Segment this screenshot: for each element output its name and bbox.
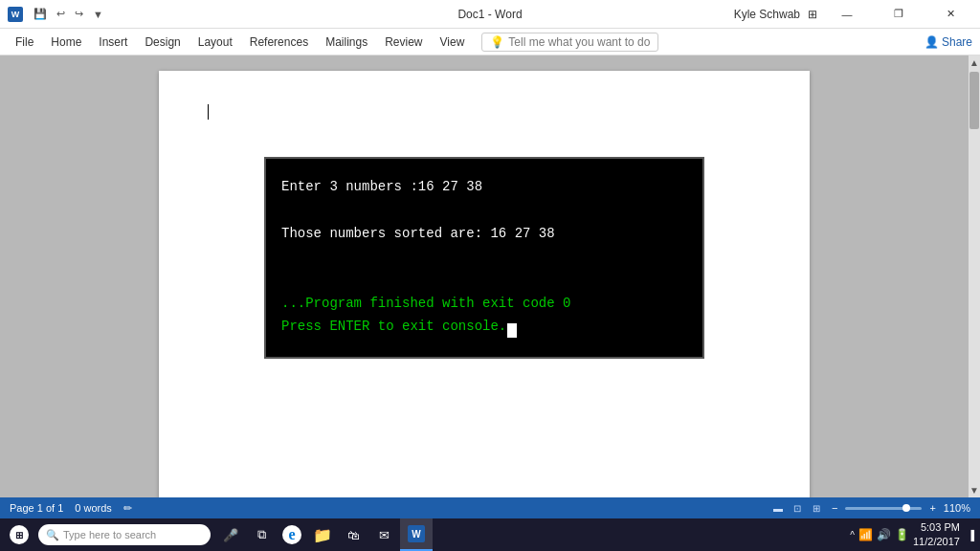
status-left: Page 1 of 1 0 words ✏: [10, 502, 132, 515]
status-right: ▬ ⊡ ⊞ − + 110%: [770, 500, 970, 516]
terminal-line-2: [281, 199, 687, 220]
redo-qat-icon[interactable]: ↪: [72, 6, 86, 22]
terminal-line-5: [281, 270, 687, 291]
word-taskbar-button[interactable]: W: [400, 518, 433, 551]
page-count: Page 1 of 1: [10, 502, 63, 515]
share-label: Share: [942, 35, 972, 49]
volume-icon[interactable]: 🔊: [877, 528, 891, 541]
print-layout-icon[interactable]: ▬: [770, 500, 786, 516]
read-mode-icon[interactable]: ⊞: [809, 500, 824, 516]
share-icon: 👤: [924, 35, 939, 49]
zoom-plus-icon[interactable]: +: [929, 502, 935, 514]
text-cursor: [208, 104, 209, 120]
document-area: Enter 3 numbers :16 27 38 Those numbers …: [0, 55, 980, 497]
menu-references[interactable]: References: [242, 32, 316, 53]
battery-icon: 🔋: [895, 528, 909, 541]
status-bar: Page 1 of 1 0 words ✏ ▬ ⊡ ⊞ − + 110%: [0, 497, 980, 518]
search-bar[interactable]: 🔍 Type here to search: [38, 524, 211, 545]
user-name: Kyle Schwab: [734, 8, 800, 21]
menu-file[interactable]: File: [8, 32, 41, 53]
store-icon[interactable]: 🛍: [339, 518, 368, 551]
word-count: 0 words: [75, 502, 112, 515]
title-bar: W 💾 ↩ ↪ ▼ Doc1 - Word Kyle Schwab ⊞ — ❐ …: [0, 0, 980, 29]
system-clock[interactable]: 5:03 PM 11/2/2017: [913, 520, 960, 550]
menu-review[interactable]: Review: [377, 32, 430, 53]
zoom-minus-icon[interactable]: −: [832, 502, 837, 514]
terminal-line-6: ...Program finished with exit code 0: [281, 293, 687, 314]
scrollbar-thumb[interactable]: [969, 72, 979, 129]
menu-mailings[interactable]: Mailings: [318, 32, 375, 53]
window-icon: ⊞: [808, 8, 817, 21]
search-icon: 🔍: [46, 529, 59, 541]
terminal-line-1: Enter 3 numbers :16 27 38: [281, 176, 687, 197]
title-bar-left: W 💾 ↩ ↪ ▼: [8, 6, 106, 22]
share-button[interactable]: 👤 Share: [924, 35, 972, 49]
edge-icon[interactable]: e: [278, 518, 306, 551]
document-page[interactable]: Enter 3 numbers :16 27 38 Those numbers …: [159, 71, 810, 497]
zoom-level: 110%: [944, 502, 970, 514]
menu-bar: File Home Insert Design Layout Reference…: [0, 29, 980, 55]
menu-insert[interactable]: Insert: [91, 32, 135, 53]
title-bar-title: Doc1 - Word: [457, 8, 522, 21]
clock-time: 5:03 PM: [913, 520, 960, 535]
task-view-icon[interactable]: ⧉: [247, 518, 276, 551]
menu-design[interactable]: Design: [137, 32, 188, 53]
start-circle: ⊞: [10, 525, 29, 544]
minimize-button[interactable]: —: [825, 0, 869, 29]
document-content[interactable]: Enter 3 numbers :16 27 38 Those numbers …: [0, 55, 969, 497]
save-qat-icon[interactable]: 💾: [31, 6, 50, 22]
scrollbar[interactable]: ▲ ▼: [969, 55, 980, 497]
web-layout-icon[interactable]: ⊡: [790, 500, 805, 516]
show-desktop-icon[interactable]: ▐: [964, 530, 974, 540]
menu-layout[interactable]: Layout: [190, 32, 240, 53]
scroll-down-icon[interactable]: ▼: [969, 485, 979, 496]
menu-view[interactable]: View: [433, 32, 473, 53]
terminal-screenshot: Enter 3 numbers :16 27 38 Those numbers …: [264, 157, 704, 359]
word-taskbar-icon: W: [408, 525, 425, 542]
tell-me-bar[interactable]: 💡 Tell me what you want to do: [481, 33, 658, 52]
undo-qat-icon[interactable]: ↩: [54, 6, 68, 22]
taskbar-right: ^ 📶 🔊 🔋 5:03 PM 11/2/2017 ▐: [850, 520, 980, 550]
terminal-cursor: [507, 323, 517, 338]
zoom-bar[interactable]: [845, 507, 922, 510]
file-explorer-icon[interactable]: 📁: [308, 518, 337, 551]
title-bar-right: Kyle Schwab ⊞ — ❐ ✕: [734, 0, 972, 29]
scroll-up-icon[interactable]: ▲: [969, 57, 979, 68]
search-placeholder: Type here to search: [63, 529, 156, 540]
maximize-button[interactable]: ❐: [877, 0, 921, 29]
lightbulb-icon: 💡: [490, 35, 504, 49]
mail-icon[interactable]: ✉: [369, 518, 398, 551]
clock-date: 11/2/2017: [913, 535, 960, 549]
zoom-thumb: [902, 504, 910, 512]
system-tray-icons: ^ 📶 🔊 🔋: [850, 528, 909, 541]
menu-home[interactable]: Home: [43, 32, 89, 53]
start-button[interactable]: ⊞: [0, 518, 38, 551]
tell-me-text: Tell me what you want to do: [508, 35, 650, 49]
close-button[interactable]: ✕: [928, 0, 972, 29]
word-app-icon: W: [8, 7, 23, 22]
terminal-line-7: Press ENTER to exit console.: [281, 316, 687, 337]
microphone-icon[interactable]: 🎤: [216, 518, 245, 551]
network-icon: 📶: [858, 528, 873, 541]
taskbar-icons: 🎤 ⧉ e 📁 🛍 ✉ W: [216, 518, 433, 551]
terminal-line-4: [281, 246, 687, 267]
customize-qat-icon[interactable]: ▼: [90, 7, 106, 22]
taskbar: ⊞ 🔍 Type here to search 🎤 ⧉ e 📁 🛍 ✉ W: [0, 518, 980, 551]
chevron-up-icon[interactable]: ^: [850, 530, 855, 540]
edit-icon[interactable]: ✏: [123, 502, 132, 515]
view-icons: ▬ ⊡ ⊞: [770, 500, 824, 516]
terminal-line-3: Those numbers sorted are: 16 27 38: [281, 223, 687, 244]
